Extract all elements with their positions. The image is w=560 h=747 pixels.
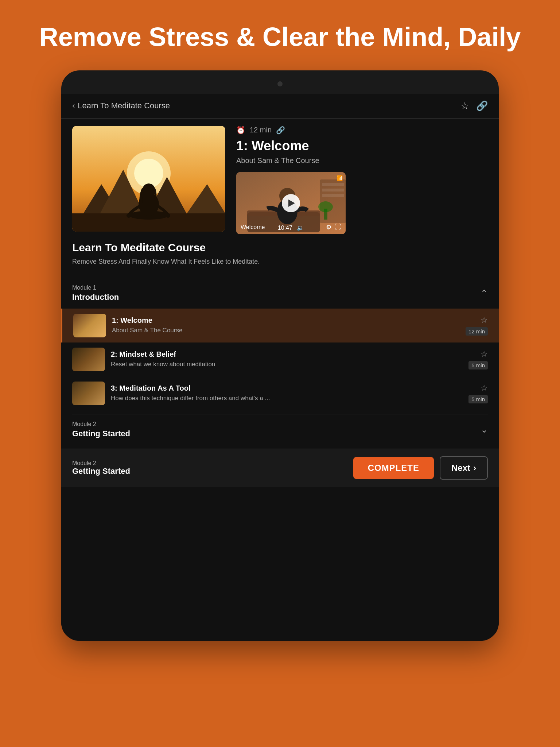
video-timestamp: 10:47 🔉 (278, 224, 304, 231)
lesson-2-thumb-img (72, 348, 105, 371)
course-main-title: Learn To Meditate Course (72, 241, 488, 254)
bottom-bar: Module 2 Getting Started COMPLETE Next › (61, 449, 499, 487)
svg-point-10 (142, 183, 155, 198)
lesson-item-2[interactable]: 2: Mindset & Belief Reset what we know a… (61, 342, 499, 376)
module-2-info: Module 2 Getting Started (72, 421, 130, 438)
module-2-label: Module 2 (72, 421, 130, 427)
course-name-section: Learn To Meditate Course Remove Stress A… (61, 241, 499, 274)
video-time: 10:47 (278, 225, 292, 231)
settings-icon[interactable]: ⚙ (326, 223, 332, 231)
back-chevron-icon: ‹ (72, 101, 75, 111)
bottom-module-name: Getting Started (72, 467, 353, 476)
lesson-1-details: 1: Welcome About Sam & The Course (112, 316, 460, 335)
lesson-2-desc: Reset what we know about meditation (111, 360, 463, 369)
lesson-1-duration: 12 min (466, 327, 488, 336)
lesson-link-icon[interactable]: 🔗 (276, 126, 285, 135)
content-top: ⏰ 12 min 🔗 1: Welcome About Sam & The Co… (61, 119, 499, 241)
lesson-3-thumb-img (72, 382, 105, 405)
svg-point-11 (127, 213, 131, 218)
module-1-info: Module 1 Introduction (72, 285, 119, 302)
next-button[interactable]: Next › (440, 456, 488, 480)
lesson-1-desc: About Sam & The Course (112, 326, 460, 335)
play-triangle-icon (288, 200, 295, 207)
fullscreen-icon[interactable]: ⛶ (335, 223, 341, 231)
next-button-label: Next (451, 463, 470, 473)
duration-row: ⏰ 12 min 🔗 (236, 126, 488, 135)
lesson-3-thumbnail (72, 382, 105, 405)
lesson-info: ⏰ 12 min 🔗 1: Welcome About Sam & The Co… (225, 126, 488, 234)
header-actions: ☆ 🔗 (460, 100, 488, 112)
app-header: ‹ Learn To Meditate Course ☆ 🔗 (61, 94, 499, 119)
lesson-3-title: 3: Meditation As A Tool (111, 384, 463, 392)
lesson-3-desc: How does this technique differ from othe… (111, 394, 463, 403)
share-link-icon[interactable]: 🔗 (476, 100, 488, 112)
video-label: Welcome (241, 224, 265, 231)
video-preview[interactable]: 📶 Welcome ⚙ ⛶ 10:47 🔉 (236, 172, 346, 234)
module-2-header[interactable]: Module 2 Getting Started ⌄ (61, 414, 499, 445)
lesson-item-3[interactable]: 3: Meditation As A Tool How does this te… (61, 376, 499, 410)
module-2-name: Getting Started (72, 429, 130, 438)
hero-title: Remove Stress & Clear the Mind, Daily (10, 22, 550, 52)
play-button[interactable] (282, 194, 300, 212)
back-navigation[interactable]: ‹ Learn To Meditate Course (72, 101, 170, 111)
lesson-1-title: 1: Welcome (112, 316, 460, 325)
lesson-2-star-icon[interactable]: ☆ (481, 349, 488, 359)
bottom-module-info: Module 2 Getting Started (72, 460, 353, 476)
svg-rect-15 (322, 183, 344, 186)
lesson-3-duration: 5 min (468, 395, 488, 403)
lesson-3-meta: ☆ 5 min (468, 383, 488, 403)
lesson-2-duration: 5 min (468, 361, 488, 369)
lesson-subtitle: About Sam & The Course (236, 156, 488, 165)
video-signal-icon: 📶 (337, 175, 343, 181)
lesson-3-details: 3: Meditation As A Tool How does this te… (111, 384, 463, 403)
app-screen: ‹ Learn To Meditate Course ☆ 🔗 (61, 94, 499, 641)
module-1-section: Module 1 Introduction ⌃ 1: Welcome About… (61, 278, 499, 410)
device-camera (277, 81, 283, 86)
video-icons: ⚙ ⛶ (326, 223, 341, 231)
module-1-chevron-icon: ⌃ (481, 288, 488, 298)
divider-1 (72, 274, 488, 274)
svg-rect-16 (322, 189, 344, 191)
svg-point-19 (318, 201, 333, 212)
lesson-1-meta: ☆ 12 min (466, 316, 488, 336)
course-thumbnail (72, 126, 225, 232)
lesson-title: 1: Welcome (236, 138, 488, 154)
lesson-1-star-icon[interactable]: ☆ (481, 316, 488, 325)
bookmark-icon[interactable]: ☆ (460, 100, 469, 112)
svg-rect-17 (322, 194, 344, 197)
volume-icon: 🔉 (297, 225, 304, 231)
module-2-chevron-icon: ⌄ (481, 425, 488, 435)
course-description: Remove Stress And Finally Know What It F… (72, 257, 488, 267)
bottom-actions: COMPLETE Next › (353, 456, 488, 480)
svg-point-12 (166, 213, 170, 218)
complete-button[interactable]: COMPLETE (353, 457, 434, 479)
lesson-2-details: 2: Mindset & Belief Reset what we know a… (111, 350, 463, 369)
lesson-1-thumbnail (73, 314, 106, 337)
module-1-label: Module 1 (72, 285, 119, 291)
module-2-section: Module 2 Getting Started ⌄ (61, 414, 499, 445)
lesson-2-meta: ☆ 5 min (468, 349, 488, 369)
device-frame: ‹ Learn To Meditate Course ☆ 🔗 (61, 70, 499, 641)
lesson-2-title: 2: Mindset & Belief (111, 350, 463, 359)
bottom-module-label: Module 2 (72, 460, 353, 467)
next-chevron-icon: › (473, 463, 476, 473)
lesson-item-1[interactable]: 1: Welcome About Sam & The Course ☆ 12 m… (61, 309, 499, 342)
lesson-duration: 12 min (250, 126, 272, 134)
lesson-1-thumb-img (73, 314, 106, 337)
clock-icon: ⏰ (236, 126, 245, 135)
lesson-2-thumbnail (72, 348, 105, 371)
module-1-name: Introduction (72, 293, 119, 302)
lesson-3-star-icon[interactable]: ☆ (481, 383, 488, 393)
module-1-header[interactable]: Module 1 Introduction ⌃ (61, 278, 499, 309)
back-nav-label: Learn To Meditate Course (78, 101, 170, 111)
